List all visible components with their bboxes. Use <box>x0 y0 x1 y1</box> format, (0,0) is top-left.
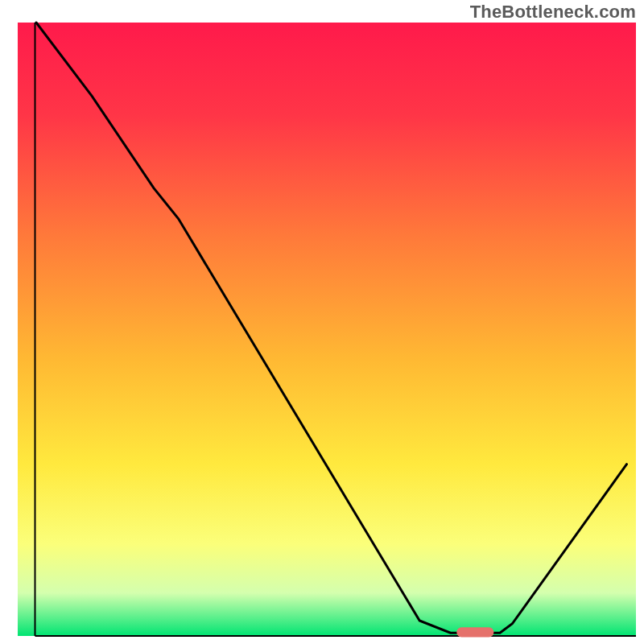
chart-container: TheBottleneck.com <box>0 0 644 644</box>
bottleneck-chart <box>0 0 644 644</box>
optimal-marker <box>456 627 493 637</box>
watermark-text: TheBottleneck.com <box>470 2 636 23</box>
gradient-background <box>18 23 636 636</box>
